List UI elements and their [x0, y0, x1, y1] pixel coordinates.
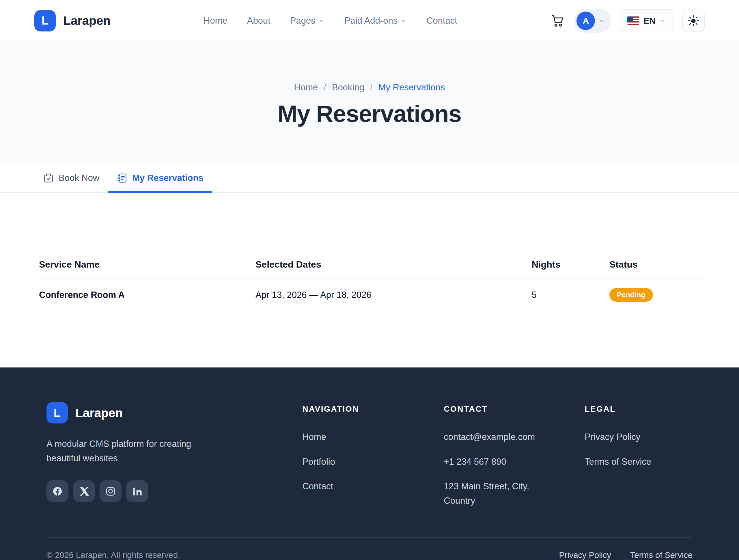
footer-description: A modular CMS platform for creating beau…: [46, 437, 226, 465]
cart-button[interactable]: [550, 13, 565, 28]
bottom-link-privacy-policy[interactable]: Privacy Policy: [559, 550, 611, 560]
footer-link-terms-of-service[interactable]: Terms of Service: [585, 455, 693, 469]
footer-contact-email: contact@example.com: [444, 430, 585, 444]
column-nights: Nights: [527, 259, 605, 279]
table-header-row: Service Name Selected Dates Nights Statu…: [34, 259, 705, 279]
footer-contact-address: 123 Main Street, City, Country: [444, 479, 533, 508]
language-selector[interactable]: EN: [620, 9, 674, 32]
chevron-down-icon: [598, 18, 605, 24]
site-footer: L Larapen A modular CMS platform for cre…: [0, 368, 739, 560]
nav-item-about[interactable]: About: [247, 16, 271, 26]
footer-contact-column: CONTACT contact@example.com +1 234 567 8…: [444, 402, 585, 518]
language-label: EN: [643, 16, 655, 26]
brand-name: Larapen: [76, 406, 123, 420]
nav-item-pages[interactable]: Pages: [290, 16, 325, 26]
avatar: A: [577, 12, 595, 30]
linkedin-button[interactable]: [126, 480, 148, 502]
status-badge: Pending: [609, 288, 653, 302]
footer-link-privacy-policy[interactable]: Privacy Policy: [585, 430, 693, 444]
booking-tabbar: Book Now My Reservations: [0, 164, 739, 193]
cell-selected-dates: Apr 13, 2026 — Apr 18, 2026: [251, 279, 527, 311]
cart-icon: [551, 14, 565, 28]
column-service-name: Service Name: [34, 259, 251, 279]
account-menu-button[interactable]: A: [574, 9, 611, 33]
breadcrumb-booking[interactable]: Booking: [332, 82, 364, 93]
footer-navigation-column: NAVIGATION Home Portfolio Contact: [302, 402, 444, 518]
nav-item-paid-addons[interactable]: Paid Add-ons: [344, 16, 407, 26]
nav-item-home[interactable]: Home: [203, 16, 228, 26]
calendar-check-icon: [43, 173, 54, 183]
brand-logo-icon: L: [46, 402, 68, 423]
footer-heading-legal: LEGAL: [585, 404, 693, 414]
brand-name: Larapen: [63, 14, 111, 28]
footer-contact-phone: +1 234 567 890: [444, 455, 585, 469]
table-row: Conference Room A Apr 13, 2026 — Apr 18,…: [34, 279, 705, 311]
cell-nights: 5: [527, 279, 605, 311]
bottom-link-terms-of-service[interactable]: Terms of Service: [630, 550, 693, 560]
instagram-icon: [105, 486, 116, 497]
breadcrumb: Home / Booking / My Reservations: [294, 82, 445, 93]
footer-link-portfolio[interactable]: Portfolio: [302, 455, 444, 469]
brand-logo-icon: L: [34, 10, 56, 31]
footer-bottom-bar: © 2026 Larapen. All rights reserved. Pri…: [46, 538, 693, 560]
footer-link-contact[interactable]: Contact: [302, 479, 444, 494]
cell-service-name: Conference Room A: [34, 279, 251, 311]
tab-my-reservations[interactable]: My Reservations: [108, 164, 212, 192]
main-nav: Home About Pages Paid Add-ons Contact: [203, 16, 457, 26]
breadcrumb-home[interactable]: Home: [294, 82, 318, 93]
header-controls: A EN: [550, 9, 705, 33]
facebook-button[interactable]: [46, 480, 68, 502]
breadcrumb-current: My Reservations: [379, 82, 445, 93]
sun-icon: [687, 14, 700, 27]
x-button[interactable]: [73, 480, 95, 502]
footer-heading-contact: CONTACT: [444, 404, 585, 414]
breadcrumb-separator: /: [324, 82, 326, 93]
chevron-down-icon: [318, 18, 325, 24]
reservations-section: Service Name Selected Dates Nights Statu…: [0, 193, 739, 368]
copyright-text: © 2026 Larapen. All rights reserved.: [46, 550, 180, 560]
page-title: My Reservations: [278, 100, 462, 127]
brand-logo-link[interactable]: L Larapen: [34, 10, 111, 31]
facebook-icon: [52, 486, 63, 497]
us-flag-icon: [627, 16, 639, 25]
breadcrumb-separator: /: [370, 82, 373, 93]
social-links: [46, 480, 302, 502]
theme-toggle-button[interactable]: [682, 10, 705, 32]
footer-legal-column: LEGAL Privacy Policy Terms of Service: [585, 402, 693, 518]
journal-list-icon: [117, 173, 128, 183]
site-header: L Larapen Home About Pages Paid Add-ons …: [0, 0, 739, 41]
footer-link-home[interactable]: Home: [302, 430, 444, 444]
nav-item-contact[interactable]: Contact: [426, 16, 457, 26]
instagram-button[interactable]: [100, 480, 122, 502]
chevron-down-icon: [400, 18, 407, 24]
x-icon: [79, 486, 89, 497]
footer-brand-link[interactable]: L Larapen: [46, 402, 302, 423]
column-selected-dates: Selected Dates: [251, 259, 527, 279]
footer-brand-column: L Larapen A modular CMS platform for cre…: [46, 402, 302, 518]
cell-status: Pending: [605, 279, 705, 311]
tab-book-now[interactable]: Book Now: [34, 164, 108, 192]
chevron-down-icon: [659, 18, 666, 24]
column-status: Status: [605, 259, 705, 279]
footer-heading-navigation: NAVIGATION: [302, 404, 444, 414]
reservations-table: Service Name Selected Dates Nights Statu…: [34, 259, 705, 311]
linkedin-icon: [132, 486, 142, 497]
page-hero: Home / Booking / My Reservations My Rese…: [0, 41, 739, 164]
